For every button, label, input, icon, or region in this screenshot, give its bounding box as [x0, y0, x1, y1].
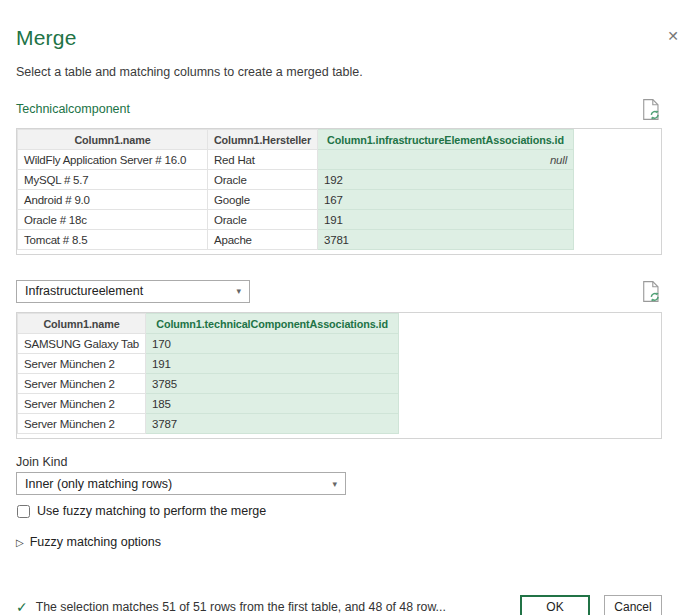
column-header[interactable]: Column1.name [18, 314, 146, 334]
table1-label: Technicalcomponent [16, 102, 130, 116]
table-cell[interactable]: 192 [318, 170, 574, 190]
table-cell[interactable]: 3781 [318, 230, 574, 250]
chevron-down-icon: ▾ [332, 479, 337, 489]
status-message: The selection matches 51 of 51 rows from… [36, 600, 446, 614]
join-kind-selector[interactable]: Inner (only matching rows) ▾ [16, 472, 346, 495]
success-check-icon: ✓ [16, 599, 28, 615]
table2-selector[interactable]: Infrastructureelement ▾ [16, 280, 250, 303]
table-row: SAMSUNG Galaxy Tab170 [18, 334, 399, 354]
table-row: MySQL # 5.7Oracle192 [18, 170, 574, 190]
dialog-footer: ✓ The selection matches 51 of 51 rows fr… [16, 595, 662, 615]
table-cell[interactable]: 3785 [146, 374, 399, 394]
table2: Column1.nameColumn1.technicalComponentAs… [17, 313, 399, 434]
column-header[interactable]: Column1.name [18, 130, 208, 150]
document-refresh-icon [642, 280, 661, 303]
table1: Column1.nameColumn1.HerstellerColumn1.in… [17, 129, 574, 250]
table-row: Server München 23785 [18, 374, 399, 394]
table-cell[interactable]: Server München 2 [18, 394, 146, 414]
column-header[interactable]: Column1.technicalComponentAssociations.i… [146, 314, 399, 334]
fuzzy-options-label: Fuzzy matching options [30, 535, 161, 549]
table-cell[interactable]: Red Hat [208, 150, 318, 170]
table-cell[interactable]: WildFly Application Server # 16.0 [18, 150, 208, 170]
fuzzy-matching-row: Use fuzzy matching to perform the merge [16, 504, 662, 518]
table-row: Server München 2185 [18, 394, 399, 414]
cancel-button[interactable]: Cancel [604, 595, 662, 615]
table-cell[interactable]: Server München 2 [18, 374, 146, 394]
expander-triangle-icon: ▷ [16, 537, 24, 548]
table-row: Server München 2191 [18, 354, 399, 374]
table-row: Android # 9.0Google167 [18, 190, 574, 210]
table-cell[interactable]: Oracle [208, 170, 318, 190]
refresh-preview-icon-2[interactable] [640, 279, 662, 303]
table-cell[interactable]: 185 [146, 394, 399, 414]
table-cell[interactable]: Oracle # 18c [18, 210, 208, 230]
table-cell[interactable]: MySQL # 5.7 [18, 170, 208, 190]
fuzzy-matching-label: Use fuzzy matching to perform the merge [37, 504, 266, 518]
table-cell[interactable]: Server München 2 [18, 354, 146, 374]
table-row: Oracle # 18cOracle191 [18, 210, 574, 230]
table-row: Server München 23787 [18, 414, 399, 434]
join-kind-label: Join Kind [16, 455, 662, 469]
table-cell[interactable]: Apache [208, 230, 318, 250]
dialog-subtitle: Select a table and matching columns to c… [16, 64, 662, 81]
table-cell[interactable]: Android # 9.0 [18, 190, 208, 210]
table2-selector-value: Infrastructureelement [25, 284, 143, 298]
table2-header-row: Infrastructureelement ▾ [16, 279, 662, 303]
table-row: WildFly Application Server # 16.0Red Hat… [18, 150, 574, 170]
table-cell[interactable]: 167 [318, 190, 574, 210]
fuzzy-options-expander[interactable]: ▷ Fuzzy matching options [16, 535, 662, 549]
table1-header: Column1.nameColumn1.HerstellerColumn1.in… [18, 130, 574, 150]
table1-header-row: Technicalcomponent [16, 97, 662, 121]
table-row: Tomcat # 8.5Apache3781 [18, 230, 574, 250]
table-cell[interactable]: 170 [146, 334, 399, 354]
fuzzy-matching-checkbox[interactable] [17, 505, 30, 518]
table-cell[interactable]: null [318, 150, 574, 170]
match-status: ✓ The selection matches 51 of 51 rows fr… [16, 599, 446, 615]
table1-container: Column1.nameColumn1.HerstellerColumn1.in… [16, 128, 662, 255]
table-cell[interactable]: Google [208, 190, 318, 210]
footer-buttons: OK Cancel [520, 595, 662, 615]
close-icon[interactable]: ✕ [667, 27, 679, 45]
refresh-preview-icon[interactable] [640, 97, 662, 121]
table-cell[interactable]: 3787 [146, 414, 399, 434]
table-cell[interactable]: 191 [318, 210, 574, 230]
table2-header: Column1.nameColumn1.technicalComponentAs… [18, 314, 399, 334]
column-header[interactable]: Column1.Hersteller [208, 130, 318, 150]
document-refresh-icon [642, 98, 661, 121]
merge-dialog: ✕ Merge Select a table and matching colu… [0, 24, 688, 615]
table-cell[interactable]: 191 [146, 354, 399, 374]
column-header[interactable]: Column1.infrastructureElementAssociation… [318, 130, 574, 150]
ok-button[interactable]: OK [520, 595, 590, 615]
table-cell[interactable]: Oracle [208, 210, 318, 230]
table-cell[interactable]: Server München 2 [18, 414, 146, 434]
table-cell[interactable]: SAMSUNG Galaxy Tab [18, 334, 146, 354]
table-cell[interactable]: Tomcat # 8.5 [18, 230, 208, 250]
chevron-down-icon: ▾ [236, 286, 241, 296]
join-kind-value: Inner (only matching rows) [25, 477, 172, 491]
table2-container: Column1.nameColumn1.technicalComponentAs… [16, 312, 662, 439]
page-title: Merge [16, 24, 662, 52]
